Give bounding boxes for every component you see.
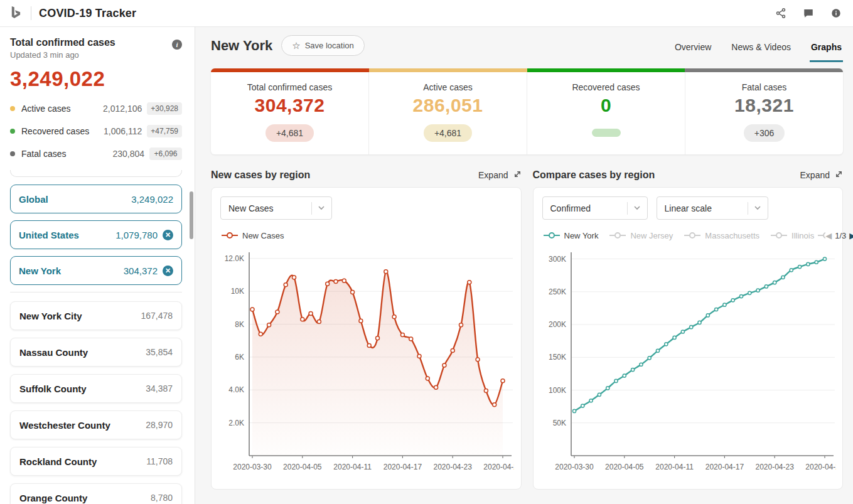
legend-swatch-icon	[222, 232, 238, 239]
divider	[10, 292, 182, 292]
svg-text:2.0K: 2.0K	[228, 419, 244, 427]
sidebar-info-icon[interactable]: i	[172, 40, 182, 50]
chevron-down-icon	[633, 203, 641, 213]
expand-button[interactable]: Expand	[478, 170, 521, 180]
svg-text:2020-03-30: 2020-03-30	[233, 463, 272, 471]
feedback-icon[interactable]	[803, 8, 814, 19]
svg-text:2020-04-17: 2020-04-17	[705, 463, 744, 471]
county-row-nassau[interactable]: Nassau County 35,854	[10, 338, 182, 367]
legend-item-new-york[interactable]: New York	[544, 231, 599, 240]
svg-text:2020-04-05: 2020-04-05	[283, 463, 322, 471]
svg-text:2020-04-11: 2020-04-11	[655, 463, 694, 471]
svg-text:2020-04-23: 2020-04-23	[434, 463, 473, 471]
recovered-dot-icon	[10, 129, 15, 134]
location-pill-united-states[interactable]: United States 1,079,780 ✕	[10, 220, 182, 249]
delta-badge: +47,759	[147, 125, 182, 137]
expand-icon	[513, 170, 522, 180]
close-icon[interactable]: ✕	[163, 265, 173, 276]
tab-overview[interactable]: Overview	[673, 42, 712, 62]
scrolled-card-edge	[10, 170, 182, 177]
sidebar: Total confirmed cases Updated 3 min ago …	[0, 27, 195, 504]
brand: COVID-19 Tracker	[9, 5, 136, 22]
chart-card-compare: Confirmed Linear scale	[533, 187, 844, 490]
svg-text:200K: 200K	[548, 320, 566, 329]
pager-next-icon[interactable]: ▶	[849, 231, 853, 240]
pager-prev-icon[interactable]: ◀	[825, 231, 832, 240]
svg-text:8K: 8K	[235, 320, 244, 329]
case-type-dropdown[interactable]: Confirmed	[542, 196, 648, 220]
chevron-down-icon	[318, 203, 325, 213]
delta-badge: +4,681	[424, 124, 472, 142]
svg-text:50K: 50K	[552, 419, 566, 427]
top-bar: COVID-19 Tracker	[0, 0, 853, 27]
svg-text:2020-04-29: 2020-04-29	[483, 463, 514, 471]
save-location-button[interactable]: ☆ Save location	[281, 35, 365, 56]
tab-graphs[interactable]: Graphs	[810, 42, 843, 62]
sidebar-title: Total confirmed cases	[10, 37, 115, 48]
star-icon: ☆	[292, 41, 300, 50]
sidebar-scrollbar[interactable]	[190, 191, 193, 239]
panel-compare-cases: Compare cases by region Expand Confir	[533, 169, 844, 490]
app-title: COVID-19 Tracker	[39, 7, 136, 20]
delta-badge: +306	[744, 124, 785, 142]
svg-text:6K: 6K	[235, 353, 244, 362]
svg-text:10K: 10K	[231, 287, 244, 296]
county-row-westchester[interactable]: Westchester County 28,970	[10, 410, 182, 439]
delta-badge: +6,096	[149, 147, 182, 160]
updated-timestamp: Updated 3 min ago	[10, 50, 115, 60]
county-row-suffolk[interactable]: Suffolk County 34,387	[10, 374, 182, 403]
summary-recovered: Recovered cases 0	[527, 72, 685, 154]
summary-confirmed: Total confirmed cases 304,372 +4,681	[211, 72, 368, 154]
bing-logo[interactable]	[9, 5, 23, 22]
delta-badge: +30,928	[147, 102, 182, 115]
delta-badge: +4,681	[266, 124, 314, 142]
svg-text:2020-04-29: 2020-04-29	[805, 463, 836, 471]
empty-delta-bar	[592, 129, 621, 137]
svg-text:2020-04-05: 2020-04-05	[605, 463, 644, 471]
svg-text:2020-03-30: 2020-03-30	[555, 463, 594, 471]
pager-label: 1/3	[835, 231, 846, 240]
tab-bar: Overview News & Videos Graphs	[673, 42, 843, 62]
location-pill-global[interactable]: Global 3,249,022	[10, 185, 182, 213]
legend-item-illinois[interactable]: Illinois	[771, 231, 814, 240]
fatal-dot-icon	[10, 151, 15, 156]
scale-dropdown[interactable]: Linear scale	[657, 196, 768, 220]
brand-divider	[31, 6, 31, 20]
legend-swatch-icon	[544, 232, 560, 239]
stat-row-recovered: Recovered cases 1,006,112 +47,759	[10, 120, 182, 142]
legend-item-clipped[interactable]	[818, 231, 825, 240]
panel-title: Compare cases by region	[533, 169, 655, 181]
svg-text:250K: 250K	[548, 287, 566, 296]
svg-text:2020-04-17: 2020-04-17	[384, 463, 422, 471]
summary-fatal: Fatal cases 18,321 +306	[685, 72, 843, 154]
compare-cases-chart: 50K100K150K200K250K300K2020-03-302020-04…	[542, 244, 834, 475]
county-row-orange[interactable]: Orange County 8,780	[10, 483, 182, 504]
svg-text:2020-04-23: 2020-04-23	[755, 463, 794, 471]
svg-text:4.0K: 4.0K	[228, 385, 244, 394]
tab-news-videos[interactable]: News & Videos	[730, 42, 792, 62]
panel-new-cases: New cases by region Expand New Cases	[211, 169, 522, 490]
county-row-rockland[interactable]: Rockland County 11,708	[10, 447, 182, 476]
summary-active: Active cases 286,051 +4,681	[368, 72, 527, 154]
close-icon[interactable]: ✕	[163, 230, 173, 240]
svg-text:300K: 300K	[548, 255, 566, 264]
info-icon[interactable]	[830, 8, 842, 19]
stat-row-active: Active cases 2,012,106 +30,928	[10, 97, 182, 120]
svg-text:12.0K: 12.0K	[225, 254, 244, 263]
legend-item-new-jersey[interactable]: New Jersey	[609, 231, 673, 240]
svg-text:2020-04-11: 2020-04-11	[333, 463, 372, 471]
legend-item-new-cases[interactable]: New Cases	[222, 231, 284, 240]
legend-item-massachusetts[interactable]: Massachusetts	[684, 231, 759, 240]
stat-row-fatal: Fatal cases 230,804 +6,096	[10, 142, 182, 165]
expand-button[interactable]: Expand	[800, 170, 843, 180]
active-dot-icon	[10, 106, 15, 111]
legend-swatch-icon	[771, 232, 787, 239]
location-pill-new-york[interactable]: New York 304,372 ✕	[10, 256, 182, 285]
metric-dropdown[interactable]: New Cases	[220, 196, 332, 220]
chart-card-new-cases: New Cases New Cases 2.0K4.0	[211, 187, 522, 490]
share-icon[interactable]	[775, 8, 786, 19]
chevron-down-icon	[754, 203, 761, 213]
county-row-new-york-city[interactable]: New York City 167,478	[10, 301, 182, 330]
new-cases-chart: 2.0K4.0K6K8K10K12.0K2020-03-302020-04-05…	[220, 244, 512, 475]
legend-pager: ◀ 1/3 ▶	[825, 231, 853, 240]
